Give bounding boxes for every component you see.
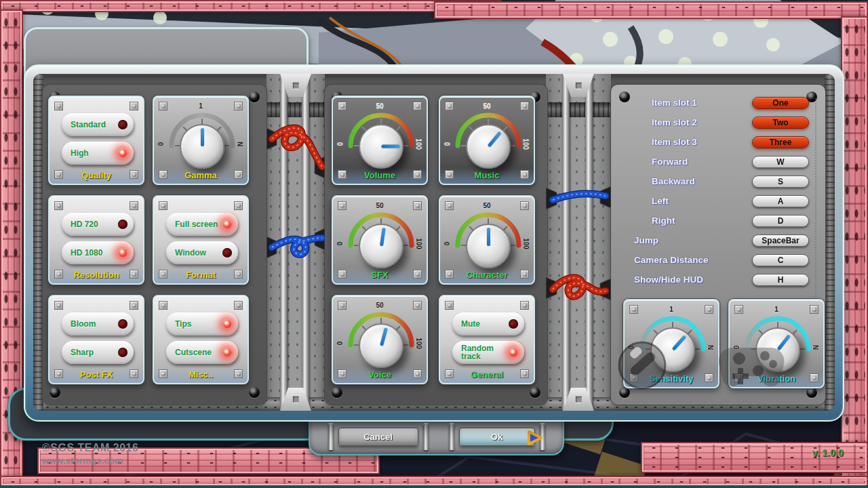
- bracket-bar: [423, 423, 429, 450]
- led-indicator: [222, 348, 232, 357]
- postfx-option-sharp[interactable]: Sharp: [62, 341, 134, 364]
- scale-mid-label: 50: [440, 102, 534, 110]
- resolution-option-hd720[interactable]: HD 720: [62, 213, 134, 236]
- card-title: Misc..: [154, 369, 248, 380]
- scale-min-label: 0: [336, 137, 344, 152]
- screw-hole-icon: [249, 387, 260, 398]
- binding-key-button[interactable]: D: [752, 215, 809, 227]
- quality-option-high[interactable]: High: [62, 142, 134, 165]
- option-label: Sharp: [62, 348, 115, 357]
- misc-option-tips[interactable]: Tips: [166, 312, 238, 336]
- scale-max-label: 100: [415, 235, 422, 253]
- binding-key-button[interactable]: A: [752, 195, 809, 207]
- postfx-option-bloom[interactable]: Bloom: [62, 312, 134, 336]
- card-title: Music: [440, 170, 534, 180]
- circuit-border-right: [841, 16, 868, 488]
- misc-card: Tips Cutscene Misc..: [153, 295, 249, 384]
- format-option-fullscreen[interactable]: Full screen: [166, 213, 238, 236]
- binding-key-button[interactable]: One: [752, 97, 809, 109]
- binding-action-label: Right: [618, 216, 752, 226]
- screw-hole-icon: [530, 387, 540, 398]
- screw-icon: [234, 201, 243, 210]
- volume-knob[interactable]: [359, 124, 403, 169]
- led-indicator: [509, 348, 518, 357]
- knob-pointer: [201, 128, 204, 146]
- card-title: Post FX: [50, 369, 143, 380]
- dialog-inner: Standard High Quality: [33, 74, 835, 411]
- binding-row-right: Right D: [618, 211, 818, 230]
- card-title: Gamma: [154, 170, 248, 180]
- led-indicator: [222, 319, 232, 329]
- option-label: Standard: [62, 121, 115, 129]
- scale-mid-label: 50: [440, 202, 534, 209]
- resolution-card: HD 720 HD 1080 Resolution: [48, 195, 144, 285]
- general-option-random-track[interactable]: Random track: [452, 341, 524, 364]
- card-title: Format: [154, 270, 248, 280]
- scale-max-label: N: [236, 136, 243, 153]
- resolution-option-hd1080[interactable]: HD 1080: [62, 241, 134, 264]
- option-label: HD 720: [62, 220, 115, 228]
- audio-section: 0 50 100 Volume: [325, 85, 547, 405]
- ok-button[interactable]: Ok: [459, 428, 535, 446]
- screw-icon: [130, 102, 138, 110]
- screw-icon: [54, 102, 63, 110]
- gamma-knob[interactable]: [180, 124, 224, 169]
- option-label: Random track: [452, 344, 505, 361]
- binding-key-button[interactable]: W: [752, 156, 809, 168]
- mouse-icon: [615, 337, 669, 394]
- scale-mid-label: 50: [333, 202, 427, 209]
- binding-row-camera-distance: Camera Distance C: [618, 250, 818, 270]
- right-edge-rail: [825, 74, 835, 411]
- scale-min-label: 0: [336, 237, 344, 251]
- options-dialog: Standard High Quality: [24, 64, 844, 422]
- screw-hole-icon: [249, 92, 260, 102]
- key-bindings-list: Item slot 1 One Item slot 2 Two Item slo…: [618, 93, 818, 289]
- card-title: Resolution: [50, 270, 143, 280]
- misc-option-cutscene[interactable]: Cutscene: [166, 341, 238, 364]
- cancel-button[interactable]: Cancel: [338, 428, 418, 446]
- volume-card: 0 50 100 Volume: [332, 96, 428, 185]
- binding-key-button[interactable]: S: [752, 176, 809, 188]
- binding-key-button[interactable]: Three: [752, 136, 809, 148]
- general-card: Mute Random track General: [439, 295, 535, 384]
- divider-plate-left: [267, 74, 325, 411]
- format-card: Full screen Window Format: [153, 195, 249, 285]
- binding-key-button[interactable]: Two: [752, 117, 809, 129]
- copyright-text: ©SGS TEAM 2016 www.stormgs.com: [42, 442, 138, 466]
- binding-key-button[interactable]: SpaceBar: [752, 235, 809, 247]
- quality-option-standard[interactable]: Standard: [62, 113, 134, 136]
- option-label: Full screen: [166, 220, 219, 228]
- binding-key-button[interactable]: C: [752, 254, 809, 266]
- binding-action-label: Jump: [618, 235, 752, 245]
- binding-key-button[interactable]: H: [752, 274, 809, 286]
- card-title: SFX: [333, 270, 427, 280]
- options-screen: ©SGS TEAM 2016 www.stormgs.com v. 1.0.0 …: [0, 0, 868, 488]
- scale-mid-label: 1: [154, 102, 248, 110]
- binding-action-label: Backward: [618, 176, 752, 186]
- general-option-mute[interactable]: Mute: [452, 312, 524, 336]
- binding-action-label: Item slot 2: [618, 117, 752, 127]
- footer-button-bar: Cancel Ok: [309, 419, 564, 455]
- scale-mid-label: 50: [333, 102, 427, 110]
- option-label: Cutscene: [166, 348, 219, 357]
- divider-plate-right: [546, 74, 611, 411]
- character-knob[interactable]: [466, 224, 511, 268]
- scale-min-label: 0: [157, 137, 165, 152]
- scale-min-label: 0: [336, 336, 344, 351]
- option-label: High: [62, 149, 115, 157]
- card-title: General: [440, 369, 534, 380]
- sfx-knob[interactable]: [359, 224, 403, 268]
- format-option-window[interactable]: Window: [166, 241, 238, 264]
- screw-icon: [159, 201, 167, 210]
- bottom-edge-line: [0, 485, 868, 488]
- led-indicator: [118, 148, 127, 158]
- screw-icon: [159, 301, 167, 310]
- music-knob[interactable]: [466, 124, 511, 169]
- binding-row-backward: Backward S: [618, 171, 818, 191]
- binding-row-jump: Jump SpaceBar: [618, 230, 818, 250]
- voice-knob[interactable]: [359, 323, 403, 368]
- gamepad-icon: [719, 338, 787, 392]
- sfx-card: 0 50 100 SFX: [332, 195, 428, 285]
- screw-icon: [130, 201, 138, 210]
- controls-section: Item slot 1 One Item slot 2 Two Item slo…: [611, 85, 825, 405]
